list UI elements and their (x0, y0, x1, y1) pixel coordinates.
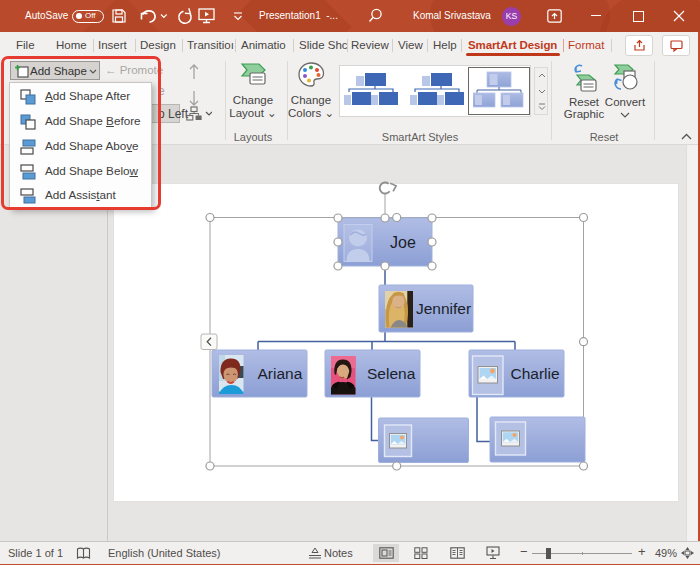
svg-text:Selena: Selena (367, 365, 416, 382)
svg-text:Jennifer: Jennifer (416, 300, 471, 317)
svg-text:Joe: Joe (390, 234, 416, 251)
svg-text:Charlie: Charlie (511, 365, 560, 382)
svg-text:Ariana: Ariana (258, 365, 303, 382)
